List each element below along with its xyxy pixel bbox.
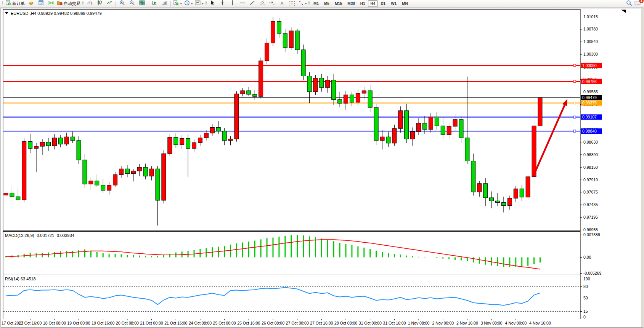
zoom-in-button[interactable] <box>117 0 127 8</box>
candle-up <box>204 133 208 138</box>
chart-autoscroll-icon <box>162 0 167 7</box>
signals-icon <box>48 0 54 7</box>
toolbar-grip <box>2 1 3 6</box>
time-axis-label: 2 Nov 16:00 <box>456 321 478 325</box>
hline-tool-button[interactable] <box>238 0 247 8</box>
hline-anchor[interactable] <box>573 116 576 118</box>
market-history-icon <box>28 0 34 7</box>
signals-button[interactable] <box>46 0 56 8</box>
timeframe-button-h4[interactable]: H4 <box>368 0 378 7</box>
candle-up <box>4 193 8 195</box>
chart-title: EURUSD-,H4 0.98939 0.99482 0.98869 0.994… <box>11 11 102 16</box>
timeframe-button-m1[interactable]: M1 <box>311 0 321 7</box>
candle-up <box>34 146 39 149</box>
chart-autoscroll-button[interactable] <box>159 0 169 8</box>
chart-window-button[interactable] <box>36 0 46 8</box>
text-icon: A <box>281 1 284 6</box>
time-axis-label: 24 Oct 08:00 <box>189 321 212 325</box>
tile-windows-button[interactable] <box>137 0 147 8</box>
candle-up <box>344 95 348 103</box>
hline-anchor[interactable] <box>573 80 576 83</box>
fibonacci-icon: F <box>269 0 275 7</box>
timeframe-button-mn[interactable]: MN <box>399 0 411 7</box>
autotrade-label: 自动交易 <box>64 1 80 6</box>
crosshair-tool-button[interactable] <box>218 0 228 8</box>
candle-down <box>520 189 524 197</box>
period-button[interactable]: ▾ <box>183 0 194 8</box>
candle-up <box>526 177 530 197</box>
candle-down <box>483 184 488 198</box>
chart-canvas[interactable]: 1.010151.007801.005401.003001.000600.998… <box>0 8 644 328</box>
candle-up <box>326 80 330 87</box>
search-icon[interactable] <box>626 0 632 8</box>
time-axis-label: 20 Oct 08:00 <box>116 321 139 325</box>
candle-down <box>465 138 469 161</box>
vline-icon <box>230 0 235 7</box>
new-order-button[interactable]: 新订单 <box>4 0 26 8</box>
line-chart-mode-button[interactable] <box>104 0 114 8</box>
svg-text:E: E <box>263 3 265 6</box>
chart-shift-button[interactable] <box>149 0 159 8</box>
candle-down <box>247 91 251 94</box>
candle-up <box>131 171 135 174</box>
candle-up <box>411 131 415 139</box>
arrow-objects-button[interactable]: ▾ <box>297 0 308 8</box>
time-axis-label: 3 Nov 08:00 <box>481 321 503 325</box>
price-line-label: 0.98840 <box>582 129 597 133</box>
candle-down <box>156 169 160 200</box>
channel-icon: E <box>259 0 265 7</box>
channel-tool-button[interactable]: E <box>257 0 267 8</box>
autotrade-button[interactable]: 自动交易 <box>56 0 82 8</box>
time-axis-label: 4 Nov 16:00 <box>529 321 551 325</box>
time-axis-label: 25 Oct 00:00 <box>213 321 236 325</box>
template-button[interactable]: ▾ <box>194 0 205 8</box>
window-edge <box>641 9 644 327</box>
candle-down <box>283 34 287 48</box>
candle-up <box>113 174 117 185</box>
candle-up <box>149 169 154 176</box>
svg-text:F: F <box>273 3 275 6</box>
vline-tool-button[interactable] <box>228 0 238 8</box>
candle-up <box>417 123 421 131</box>
macd-label: MACD(12,26,9) -0.001721 -0.003934 <box>5 233 74 238</box>
time-axis-label: 25 Oct 16:00 <box>237 321 260 325</box>
text-tool-button[interactable]: A <box>277 0 287 8</box>
macd-axis-label: 0.00 <box>583 255 591 259</box>
price-tick-label: 0.97910 <box>583 178 598 182</box>
hline-anchor[interactable] <box>573 102 576 104</box>
arrow-objects-icon <box>298 0 304 7</box>
candle-up <box>429 117 433 130</box>
price-tick-label: 1.01015 <box>583 14 598 19</box>
timeframe-button-m15[interactable]: M15 <box>332 0 345 7</box>
candlestick-mode-button[interactable] <box>95 0 104 8</box>
zoom-in-icon <box>119 0 125 7</box>
candle-down <box>490 198 494 201</box>
timeframe-button-m5[interactable]: M5 <box>321 0 332 7</box>
timeframe-button-h1[interactable]: H1 <box>358 0 368 7</box>
hline-anchor[interactable] <box>573 64 576 67</box>
bar-chart-mode-button[interactable] <box>85 0 95 8</box>
candle-up <box>271 21 275 43</box>
candle-up <box>22 142 26 200</box>
time-axis-label: 19 Oct 16:00 <box>92 321 114 325</box>
timeframe-button-m30[interactable]: M30 <box>345 0 357 7</box>
candle-up <box>192 142 196 148</box>
trendline-tool-button[interactable] <box>247 0 257 8</box>
time-axis-label: 18 Oct 08:00 <box>43 321 66 325</box>
label-tool-button[interactable]: T <box>287 0 297 8</box>
hline-anchor[interactable] <box>573 130 576 132</box>
chat-button[interactable]: 1 <box>634 0 641 8</box>
candle-up <box>64 137 69 144</box>
market-history-button[interactable] <box>26 0 36 8</box>
cursor-tool-button[interactable] <box>208 0 218 8</box>
time-axis-label: 19 Oct 00:00 <box>67 321 90 325</box>
timeframe-button-d1[interactable]: D1 <box>378 0 388 7</box>
chart-window-icon <box>38 0 44 7</box>
fibonacci-tool-button[interactable]: F <box>267 0 277 8</box>
zoom-out-button[interactable] <box>127 0 137 8</box>
timeframe-button-w1[interactable]: W1 <box>388 0 399 7</box>
candle-up <box>362 91 366 93</box>
new-chart-button[interactable]: ▾ <box>172 0 183 8</box>
time-axis-label: 27 Oct 00:00 <box>286 321 309 325</box>
candle-down <box>459 120 463 138</box>
